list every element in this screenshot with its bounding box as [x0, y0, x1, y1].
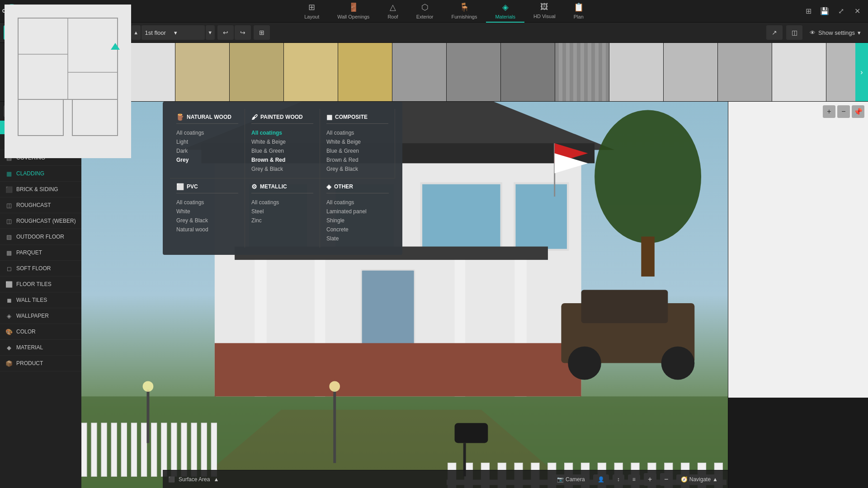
window-expand-btn[interactable]: ⤢	[835, 5, 847, 18]
sidebar-item-cladding[interactable]: ▦ CLADDING	[0, 166, 81, 182]
nav-tool-wall-openings-label: Wall Openings	[337, 14, 369, 19]
wall-openings-icon: 🚪	[349, 2, 359, 12]
swatch-item-15[interactable]	[826, 43, 855, 102]
nav-tool-roof[interactable]: △ Roof	[378, 0, 407, 23]
view-toggle-btn[interactable]: ↕	[613, 474, 624, 484]
svg-point-58	[661, 347, 695, 380]
swatch-item-3[interactable]	[175, 43, 230, 102]
natural-wood-light[interactable]: Light	[176, 137, 238, 146]
floor-selector[interactable]: 1st floor ▾	[142, 25, 205, 40]
other-shingle[interactable]: Shingle	[326, 216, 389, 225]
floor-up-btn[interactable]: ▲	[132, 25, 141, 40]
sidebar-item-wall-tiles[interactable]: ◼ WALL TILES	[0, 292, 81, 308]
svg-rect-25	[132, 423, 137, 476]
other-header: ◈ OTHER	[326, 183, 389, 193]
layers-btn[interactable]: ≡	[628, 474, 640, 484]
other-laminated[interactable]: Laminated panel	[326, 207, 389, 216]
sidebar-item-material[interactable]: ◆ MATERIAL	[0, 340, 81, 356]
sidebar-item-wallpaper[interactable]: ◈ WALLPAPER	[0, 308, 81, 324]
sidebar-item-product[interactable]: 📦 PRODUCT	[0, 356, 81, 371]
painted-wood-blue-green[interactable]: Blue & Green	[251, 146, 313, 155]
composite-all[interactable]: All coatings	[326, 128, 388, 137]
window-grid-btn[interactable]: ⊞	[802, 5, 815, 18]
nav-tool-plan[interactable]: 📋 Plan	[565, 0, 593, 23]
zoom-out-btn[interactable]: −	[660, 473, 673, 486]
painted-wood-grey-black[interactable]: Grey & Black	[251, 164, 313, 174]
composite-white-beige[interactable]: White & Beige	[326, 137, 388, 146]
swatch-item-5[interactable]	[284, 43, 338, 102]
plan-zoom-in-btn[interactable]: +	[823, 105, 835, 118]
window-close-btn[interactable]: ✕	[851, 5, 863, 18]
swatch-item-11[interactable]	[609, 43, 664, 102]
other-slate[interactable]: Slate	[326, 234, 389, 243]
pvc-grey-black[interactable]: Grey & Black	[176, 216, 238, 225]
swatch-item-4[interactable]	[230, 43, 284, 102]
swatch-item-13[interactable]	[718, 43, 772, 102]
sidebar-item-color[interactable]: 🎨 COLOR	[0, 324, 81, 340]
zoom-in-btn[interactable]: +	[644, 473, 656, 486]
snap-btn[interactable]: ⊞	[254, 25, 270, 40]
swatch-item-8[interactable]	[447, 43, 501, 102]
pvc-natural-wood[interactable]: Natural wood	[176, 225, 238, 234]
metallic-all[interactable]: All coatings	[251, 198, 313, 207]
metallic-steel[interactable]: Steel	[251, 207, 313, 216]
svg-rect-56	[581, 290, 668, 323]
sidebar-item-roughcast[interactable]: ◫ ROUGHCAST	[0, 197, 81, 213]
plan-zoom-out-btn[interactable]: −	[837, 105, 850, 118]
natural-wood-dark[interactable]: Dark	[176, 146, 238, 155]
view-btn-2[interactable]: ◫	[786, 25, 802, 40]
view-btn-1[interactable]: ↗	[766, 25, 783, 40]
natural-wood-icon: 🪵	[176, 113, 184, 121]
natural-wood-grey[interactable]: Grey	[176, 155, 238, 164]
nav-tool-furnishings[interactable]: 🪑 Furnishings	[443, 0, 486, 23]
painted-wood-white-beige[interactable]: White & Beige	[251, 137, 313, 146]
swatch-item-6[interactable]	[338, 43, 392, 102]
painted-wood-brown-red[interactable]: Brown & Red	[251, 155, 313, 164]
sidebar-item-floor-tiles[interactable]: ⬜ FLOOR TILES	[0, 277, 81, 292]
surface-area-btn[interactable]: ⬛ Surface Area ▲	[168, 476, 219, 483]
swatch-item-14[interactable]	[772, 43, 826, 102]
right-panel: + − 📌	[728, 102, 868, 488]
floor-down-btn[interactable]: ▼	[206, 25, 215, 40]
metallic-section: ⚙ METALLIC All coatings Steel Zinc	[245, 178, 320, 248]
pvc-white[interactable]: White	[176, 207, 238, 216]
window-save-btn[interactable]: 💾	[818, 5, 831, 18]
plan-pin-btn[interactable]: 📌	[852, 105, 864, 118]
swatch-item-7[interactable]	[392, 43, 447, 102]
show-settings-button[interactable]: 👁 Show settings ▾	[806, 28, 864, 38]
composite-blue-green[interactable]: Blue & Green	[326, 146, 388, 155]
nav-tool-layout[interactable]: ⊞ Layout	[295, 0, 328, 23]
painted-wood-all[interactable]: All coatings	[251, 128, 313, 137]
swatch-item-12[interactable]	[664, 43, 718, 102]
sidebar-item-brick-siding[interactable]: ⬛ BRICK & SIDING	[0, 182, 81, 197]
nav-tool-exterior[interactable]: ⬡ Exterior	[407, 0, 443, 23]
other-concrete[interactable]: Concrete	[326, 225, 389, 234]
swatch-item-10[interactable]	[555, 43, 609, 102]
3d-view[interactable]: 🪵 NATURAL WOOD All coatings Light Dark G…	[81, 102, 728, 488]
nav-tool-wall-openings[interactable]: 🚪 Wall Openings	[328, 0, 378, 23]
sidebar-item-outdoor-floor[interactable]: ▨ OUTDOOR FLOOR	[0, 229, 81, 245]
strip-arrow-right[interactable]: ›	[855, 43, 868, 102]
camera-btn[interactable]: 📷 Camera	[552, 474, 590, 484]
nav-tool-materials[interactable]: ◈ Materials	[486, 0, 524, 23]
sidebar-item-parquet[interactable]: ▩ PARQUET	[0, 245, 81, 261]
sidebar-item-soft-floor[interactable]: ◻ SOFT FLOOR	[0, 261, 81, 277]
camera-label: Camera	[566, 476, 585, 483]
nav-tool-roof-label: Roof	[387, 14, 398, 19]
nav-tool-exterior-label: Exterior	[416, 14, 434, 19]
nav-tool-furnishings-label: Furnishings	[452, 14, 477, 19]
swatch-item-9[interactable]	[501, 43, 555, 102]
composite-brown-red[interactable]: Brown & Red	[326, 155, 388, 164]
svg-rect-30	[181, 423, 187, 476]
navigate-btn[interactable]: 🧭 Navigate ▲	[676, 474, 722, 484]
metallic-zinc[interactable]: Zinc	[251, 216, 313, 225]
person-btn[interactable]: 👤	[593, 474, 609, 484]
undo-btn[interactable]: ↩	[217, 25, 234, 40]
natural-wood-all[interactable]: All coatings	[176, 128, 238, 137]
redo-btn[interactable]: ↪	[235, 25, 251, 40]
nav-tool-hd-visual[interactable]: 🖼 HD Visual	[524, 0, 565, 23]
sidebar-item-roughcast-weber[interactable]: ◫ ROUGHCAST (WEBER)	[0, 213, 81, 229]
composite-grey-black[interactable]: Grey & Black	[326, 164, 388, 174]
pvc-all[interactable]: All coatings	[176, 198, 238, 207]
other-all[interactable]: All coatings	[326, 198, 389, 207]
